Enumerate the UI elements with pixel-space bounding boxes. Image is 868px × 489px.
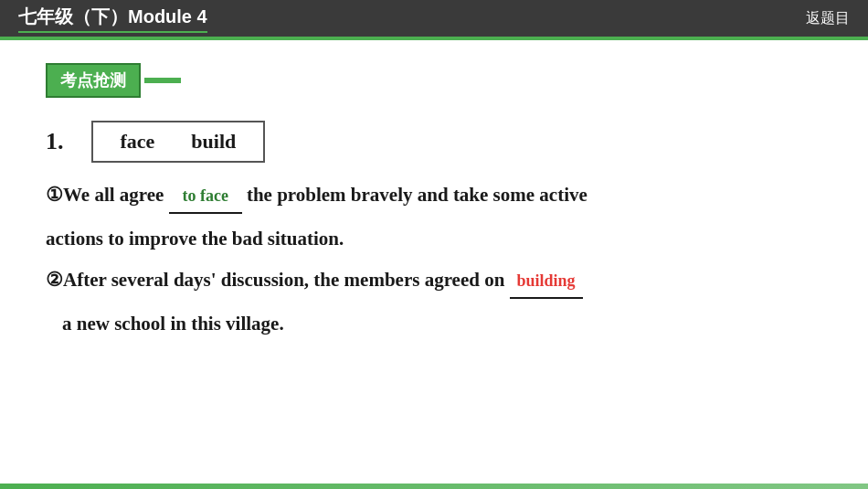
main-content: 考点抢测 1. face build ①We all agree to face…	[0, 40, 868, 484]
section-label-bar	[144, 78, 181, 83]
answer-2-text: building	[517, 271, 576, 290]
answer-blank-2: building	[510, 264, 583, 299]
header-title: 七年级（下）Module 4	[18, 5, 207, 33]
sentence-2-cont-text: a new school in this village.	[62, 313, 284, 335]
question-header: 1. face build	[46, 121, 822, 163]
section-label-box: 考点抢测	[46, 63, 141, 98]
header: 七年级（下）Module 4 返题目	[0, 0, 868, 37]
sentence-1: ①We all agree to face the problem bravel…	[46, 179, 822, 214]
word-box: face build	[91, 121, 266, 163]
sentence-1-after: the problem bravely and take some active	[242, 184, 587, 206]
page-container: 七年级（下）Module 4 返题目 考点抢测 1. face build ①W…	[0, 0, 868, 489]
sentence-1-continuation: actions to improve the bad situation.	[46, 223, 822, 256]
sentence-2: ②After several days' discussion, the mem…	[46, 264, 822, 299]
circle-num-1: ①	[46, 184, 63, 206]
sentence-2-before: After several days' discussion, the memb…	[63, 269, 510, 291]
sentence-2-continuation: a new school in this village.	[46, 308, 822, 341]
sentence-1-before: We all agree	[63, 184, 169, 206]
circle-num-2: ②	[46, 269, 63, 291]
section-label: 考点抢测	[46, 63, 822, 98]
sentence-1-cont-text: actions to improve the bad situation.	[46, 228, 344, 250]
answer-blank-1: to face	[169, 179, 242, 214]
bottom-accent-bar	[0, 484, 868, 489]
back-button[interactable]: 返题目	[806, 9, 850, 28]
sentences: ①We all agree to face the problem bravel…	[46, 179, 822, 341]
word-build: build	[191, 130, 236, 154]
question-number: 1.	[46, 128, 64, 155]
answer-1-text: to face	[182, 186, 228, 205]
word-face: face	[121, 130, 155, 154]
